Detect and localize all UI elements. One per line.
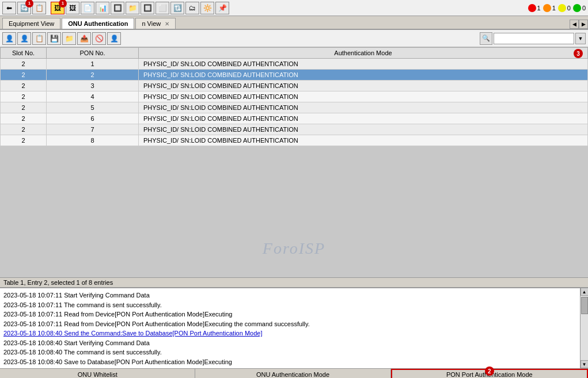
cell-auth: PHYSIC_ID/ SN:LOID COMBINED AUTHENTICATI…	[139, 124, 588, 135]
tab-bar: Equipment View ONU Authentication n View…	[0, 16, 588, 30]
toolbar-btn-6[interactable]: 📄	[81, 2, 94, 14]
toolbar-btn-1[interactable]: ⬅	[2, 2, 16, 14]
toolbar-btn-11[interactable]: ⬜	[155, 2, 169, 14]
bottom-tab-onu-auth-mode[interactable]: ONU Authentication Mode	[195, 369, 390, 378]
cell-pon: 2	[47, 70, 139, 81]
col-header-slot: Slot No.	[1, 48, 47, 59]
bottom-tab-bar: ONU Whitelist ONU Authentication Mode PO…	[0, 368, 588, 378]
log-line[interactable]: 2023-05-18 10:08:40 Send the Command:Sav…	[3, 329, 578, 338]
status-indicators: 1 1 0 0	[528, 4, 586, 12]
tab-onu-auth[interactable]: ONU Authentication	[62, 18, 134, 29]
cell-pon: 1	[47, 59, 139, 70]
tab-nav-right[interactable]: ▶	[579, 20, 588, 29]
cell-pon: 7	[47, 124, 139, 135]
toolbar2-btn-8[interactable]: 👤	[107, 32, 121, 45]
search-icon: 🔍	[480, 32, 492, 45]
cell-auth: PHYSIC_ID/ SN:LOID COMBINED AUTHENTICATI…	[139, 59, 588, 70]
cell-auth: PHYSIC_ID/ SN:LOID COMBINED AUTHENTICATI…	[139, 81, 588, 91]
log-area: 2023-05-18 10:07:11 Start Verifying Comm…	[0, 288, 588, 368]
yellow-dot	[558, 4, 566, 12]
red-dot	[528, 4, 536, 12]
toolbar2-btn-6[interactable]: 📤	[77, 32, 91, 45]
toolbar-btn-5[interactable]: 🖼	[66, 2, 79, 14]
status-green: 0	[573, 4, 586, 12]
table-row[interactable]: 26PHYSIC_ID/ SN:LOID COMBINED AUTHENTICA…	[1, 113, 588, 124]
scroll-up-btn[interactable]: ▲	[581, 288, 589, 296]
cell-auth: PHYSIC_ID/ SN:LOID COMBINED AUTHENTICATI…	[139, 70, 588, 81]
tab-n-view-close[interactable]: ✕	[165, 21, 169, 27]
cell-slot: 2	[1, 91, 47, 102]
toolbar-btn-2[interactable]: 🔄 1	[17, 2, 31, 14]
toolbar-btn-7[interactable]: 📊	[96, 2, 109, 14]
cell-slot: 2	[1, 59, 47, 70]
col-header-pon: PON No.	[47, 48, 139, 59]
status-red: 1	[528, 4, 541, 12]
scroll-down-btn[interactable]: ▼	[581, 360, 589, 368]
cell-pon: 8	[47, 135, 139, 146]
toolbar-btn-13[interactable]: 🗂	[185, 2, 199, 14]
toolbar-btn-4[interactable]: 🖼 1	[51, 2, 65, 14]
toolbar-btn-8[interactable]: 🔲	[111, 2, 124, 14]
log-scrollbar[interactable]: ▲ ▼	[580, 288, 588, 368]
orange-count: 1	[552, 5, 556, 12]
cell-pon: 3	[47, 81, 139, 91]
green-count: 0	[582, 5, 586, 12]
toolbar2-btn-4[interactable]: 💾	[47, 32, 61, 45]
search-input[interactable]	[494, 33, 574, 44]
data-table: Slot No. PON No. Authentication Mode 3 2…	[0, 47, 588, 146]
table-row[interactable]: 27PHYSIC_ID/ SN:LOID COMBINED AUTHENTICA…	[1, 124, 588, 135]
watermark-area: ForoISP	[0, 220, 588, 277]
col-header-auth-label: Authentication Mode	[334, 49, 392, 56]
log-line: 2023-05-18 10:08:40 The command is sent …	[3, 348, 578, 357]
tab-n-view-label: n View	[142, 20, 161, 27]
toolbar-btn-12[interactable]: 🔃	[170, 2, 184, 14]
cell-slot: 2	[1, 70, 47, 81]
bottom-tab-onu-whitelist[interactable]: ONU Whitelist	[0, 369, 195, 378]
table-row[interactable]: 28PHYSIC_ID/ SN:LOID COMBINED AUTHENTICA…	[1, 135, 588, 146]
search-area: 🔍 ▼	[480, 32, 586, 45]
tab-equipment-view[interactable]: Equipment View	[2, 18, 60, 29]
toolbar-btn-15[interactable]: 📌	[215, 2, 229, 14]
toolbar-btn-3[interactable]: 📋	[32, 2, 46, 14]
search-dropdown[interactable]: ▼	[575, 33, 586, 44]
toolbar-btn-10[interactable]: 🔲	[141, 2, 154, 14]
table-row[interactable]: 23PHYSIC_ID/ SN:LOID COMBINED AUTHENTICA…	[1, 81, 588, 91]
cell-auth: PHYSIC_ID/ SN:LOID COMBINED AUTHENTICATI…	[139, 113, 588, 124]
log-line: 2023-05-18 10:08:40 Save to Database[PON…	[3, 357, 578, 367]
bottom-tab-pon-port-auth[interactable]: PON Port Authentication Mode 2	[391, 369, 588, 378]
toolbar2-btn-2[interactable]: 👤	[17, 32, 31, 45]
cell-pon: 4	[47, 91, 139, 102]
cell-auth: PHYSIC_ID/ SN:LOID COMBINED AUTHENTICATI…	[139, 102, 588, 113]
table-row[interactable]: 21PHYSIC_ID/ SN:LOID COMBINED AUTHENTICA…	[1, 59, 588, 70]
status-bar-text: Table 1, Entry 2, selected 1 of 8 entrie…	[3, 279, 113, 286]
cell-slot: 2	[1, 81, 47, 91]
toolbar2-btn-7[interactable]: 🚫	[92, 32, 106, 45]
red-count: 1	[537, 5, 541, 12]
table-row[interactable]: 24PHYSIC_ID/ SN:LOID COMBINED AUTHENTICA…	[1, 91, 588, 102]
tab-equipment-view-label: Equipment View	[9, 20, 54, 27]
tab-n-view[interactable]: n View ✕	[135, 18, 176, 29]
cell-pon: 5	[47, 102, 139, 113]
step2-badge: 2	[485, 366, 494, 376]
col-header-auth: Authentication Mode 3	[139, 48, 588, 59]
cell-slot: 2	[1, 102, 47, 113]
toolbar2-btn-5[interactable]: 📁	[62, 32, 76, 45]
step1-badge-2: 1	[59, 0, 67, 7]
toolbar2-btn-1[interactable]: 👤	[2, 32, 16, 45]
cell-slot: 2	[1, 113, 47, 124]
cell-pon: 6	[47, 113, 139, 124]
cell-auth: PHYSIC_ID/ SN:LOID COMBINED AUTHENTICATI…	[139, 91, 588, 102]
toolbar2-btn-3[interactable]: 📋	[32, 32, 46, 45]
table-row[interactable]: 22PHYSIC_ID/ SN:LOID COMBINED AUTHENTICA…	[1, 70, 588, 81]
status-yellow: 0	[558, 4, 571, 12]
bottom-tab-onu-whitelist-label: ONU Whitelist	[78, 371, 117, 378]
toolbar-btn-9[interactable]: 📁	[126, 2, 139, 14]
scroll-thumb[interactable]	[581, 297, 588, 314]
yellow-count: 0	[567, 5, 571, 12]
table-row[interactable]: 25PHYSIC_ID/ SN:LOID COMBINED AUTHENTICA…	[1, 102, 588, 113]
toolbar-btn-14[interactable]: 🔆	[200, 2, 214, 14]
tab-nav-left[interactable]: ◀	[570, 20, 579, 29]
log-container: 2023-05-18 10:07:11 Start Verifying Comm…	[0, 288, 588, 368]
bottom-tab-onu-auth-mode-label: ONU Authentication Mode	[256, 371, 329, 378]
main-area: Slot No. PON No. Authentication Mode 3 2…	[0, 47, 588, 220]
